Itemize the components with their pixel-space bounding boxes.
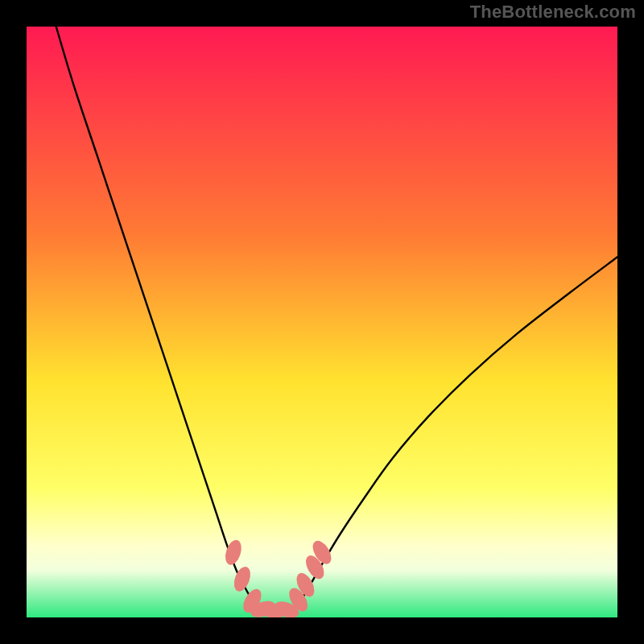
gradient-background	[27, 27, 617, 617]
bottleneck-chart	[27, 27, 617, 617]
chart-frame: TheBottleneck.com	[0, 0, 644, 644]
attribution-label: TheBottleneck.com	[470, 2, 636, 23]
plot-area	[27, 27, 617, 617]
